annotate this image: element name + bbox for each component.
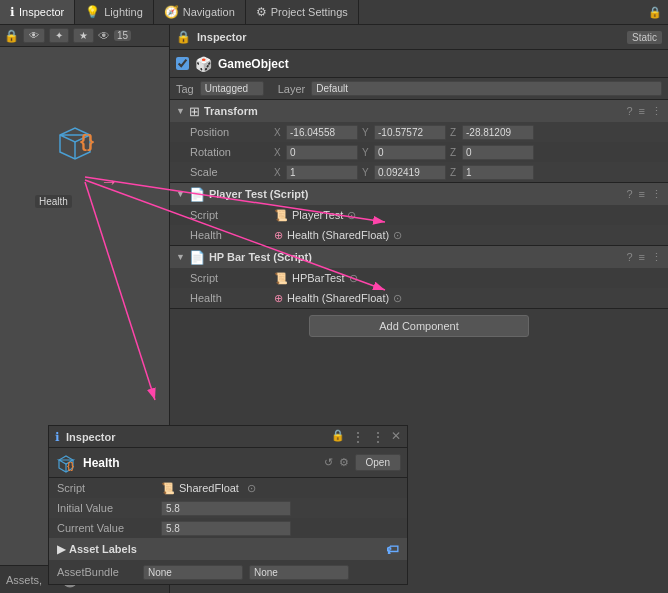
tag-layer-row: Tag Untagged Layer Default (170, 78, 668, 100)
bottom-initial-value-row: Initial Value (49, 498, 407, 518)
player-test-health-ref: ⊕ Health (SharedFloat) ⊙ (274, 229, 402, 242)
asset-labels-tag-icon: 🏷 (386, 542, 399, 557)
tab-inspector[interactable]: ℹ Inspector (0, 0, 75, 24)
health-link-icon: ⊙ (393, 229, 402, 242)
hpbar-test-icon: 📄 (189, 250, 205, 265)
bottom-script-label: Script (57, 482, 157, 494)
position-y-axis: Y (362, 127, 372, 138)
tab-lighting[interactable]: 💡 Lighting (75, 0, 154, 24)
scale-x-input[interactable] (286, 165, 358, 180)
rotation-y-group: Y (362, 145, 446, 160)
assets-label: Assets, (6, 574, 42, 586)
scale-fields: X Y Z (274, 165, 662, 180)
toolbar-btn-star[interactable]: ★ (73, 28, 94, 43)
bottom-go-actions: ↺ ⚙ Open (324, 454, 401, 471)
hpbar-test-health-row: Health ⊕ Health (SharedFloat) ⊙ (170, 288, 668, 308)
position-z-input[interactable] (462, 125, 534, 140)
gameobject-row: 🎲 GameObject (170, 50, 668, 78)
player-test-health-value: Health (SharedFloat) (287, 229, 389, 241)
left-toolbar: 🔒 👁 ✦ ★ 👁 15 (0, 25, 169, 47)
bottom-current-value-input[interactable] (161, 521, 291, 536)
bottom-inspector-panel: ℹ Inspector 🔒 ⋮ ⋮ ✕ {} Health ↺ ⚙ Open S… (48, 425, 408, 585)
hpbar-test-name: HP Bar Test (Script) (209, 251, 312, 263)
bottom-script-link: ⊙ (247, 482, 256, 495)
cube-icon: {} (50, 117, 100, 167)
transform-help: ? (626, 105, 632, 117)
player-test-arrow: ▼ (176, 189, 185, 199)
bottom-script-name: SharedFloat (179, 482, 239, 494)
player-test-health-label: Health (190, 229, 270, 241)
bottom-dots-icon: ⋮ (351, 429, 365, 445)
hpbar-test-health-value: Health (SharedFloat) (287, 292, 389, 304)
scale-z-group: Z (450, 165, 534, 180)
player-test-name: Player Test (Script) (209, 188, 308, 200)
gameobject-checkbox[interactable] (176, 57, 189, 70)
rotation-z-axis: Z (450, 147, 460, 158)
bottom-close-icon[interactable]: ✕ (391, 429, 401, 445)
player-test-more: ≡ (639, 188, 645, 200)
settings-icon: ⚙ (256, 5, 267, 19)
tab-inspector-label: Inspector (19, 6, 64, 18)
bottom-asset-name: Health (83, 456, 120, 470)
bottom-script-value: 📜 SharedFloat ⊙ (161, 482, 256, 495)
asset-bundle-select[interactable]: None (143, 565, 243, 580)
inspector-header: 🔒 Inspector Static (170, 25, 668, 50)
layer-select[interactable]: Default (311, 81, 662, 96)
position-fields: X Y Z (274, 125, 662, 140)
bottom-initial-value (161, 501, 291, 516)
transform-header[interactable]: ▼ ⊞ Transform ? ≡ ⋮ (170, 100, 668, 122)
tag-label: Tag (176, 83, 194, 95)
bottom-initial-value-input[interactable] (161, 501, 291, 516)
badge-count: 15 (114, 30, 131, 41)
transform-arrow: ▼ (176, 106, 185, 116)
player-test-header-right: ? ≡ ⋮ (626, 188, 662, 201)
bottom-inspector-title: Inspector (66, 431, 116, 443)
asset-bundle-variant-select[interactable]: None (249, 565, 349, 580)
position-z-axis: Z (450, 127, 460, 138)
tab-project-settings[interactable]: ⚙ Project Settings (246, 0, 359, 24)
player-test-section: ▼ 📄 Player Test (Script) ? ≡ ⋮ Script 📜 … (170, 183, 668, 246)
player-test-help: ? (626, 188, 632, 200)
scale-label: Scale (190, 166, 270, 178)
scale-z-input[interactable] (462, 165, 534, 180)
open-button[interactable]: Open (355, 454, 401, 471)
rotation-fields: X Y Z (274, 145, 662, 160)
hpbar-test-header[interactable]: ▼ 📄 HP Bar Test (Script) ? ≡ ⋮ (170, 246, 668, 268)
bottom-current-value-label: Current Value (57, 522, 157, 534)
bottom-go-row: {} Health ↺ ⚙ Open (49, 448, 407, 478)
bottom-lock-icon: 🔒 (331, 429, 345, 445)
bottom-inspector-header-right: 🔒 ⋮ ⋮ ✕ (331, 429, 401, 445)
toolbar-btn-favorite[interactable]: ✦ (49, 28, 69, 43)
hpbar-test-header-right: ? ≡ ⋮ (626, 251, 662, 264)
asset-bundle-label: AssetBundle (57, 566, 137, 578)
eye-icon: 👁 (98, 29, 110, 43)
scale-y-input[interactable] (374, 165, 446, 180)
add-component-button[interactable]: Add Component (309, 315, 529, 337)
position-x-input[interactable] (286, 125, 358, 140)
hpbar-test-health-ref: ⊕ Health (SharedFloat) ⊙ (274, 292, 402, 305)
tag-select[interactable]: Untagged (200, 81, 264, 96)
hpbar-test-menu: ⋮ (651, 251, 662, 264)
health-icon: ⊕ (274, 229, 283, 242)
toolbar-btn-eye[interactable]: 👁 (23, 28, 45, 43)
rotation-x-input[interactable] (286, 145, 358, 160)
rotation-y-input[interactable] (374, 145, 446, 160)
hpbar-script-icon: 📜 (274, 272, 288, 285)
hpbar-health-link-icon: ⊙ (393, 292, 402, 305)
navigation-icon: 🧭 (164, 5, 179, 19)
hpbar-test-script-row: Script 📜 HPBarTest ⊙ (170, 268, 668, 288)
inspector-icon: ℹ (10, 5, 15, 19)
svg-text:{}: {} (67, 461, 75, 471)
player-test-header[interactable]: ▼ 📄 Player Test (Script) ? ≡ ⋮ (170, 183, 668, 205)
hpbar-test-section: ▼ 📄 HP Bar Test (Script) ? ≡ ⋮ Script 📜 … (170, 246, 668, 309)
position-y-input[interactable] (374, 125, 446, 140)
hpbar-test-script-label: Script (190, 272, 270, 284)
bottom-cube-icon: {} (55, 452, 77, 474)
transform-section: ▼ ⊞ Transform ? ≡ ⋮ Position X (170, 100, 668, 183)
transform-menu: ⋮ (651, 105, 662, 118)
hpbar-test-script-name: HPBarTest (292, 272, 345, 284)
bottom-gear-icon: ⚙ (339, 456, 349, 469)
tab-navigation[interactable]: 🧭 Navigation (154, 0, 246, 24)
rotation-z-input[interactable] (462, 145, 534, 160)
tab-lighting-label: Lighting (104, 6, 143, 18)
